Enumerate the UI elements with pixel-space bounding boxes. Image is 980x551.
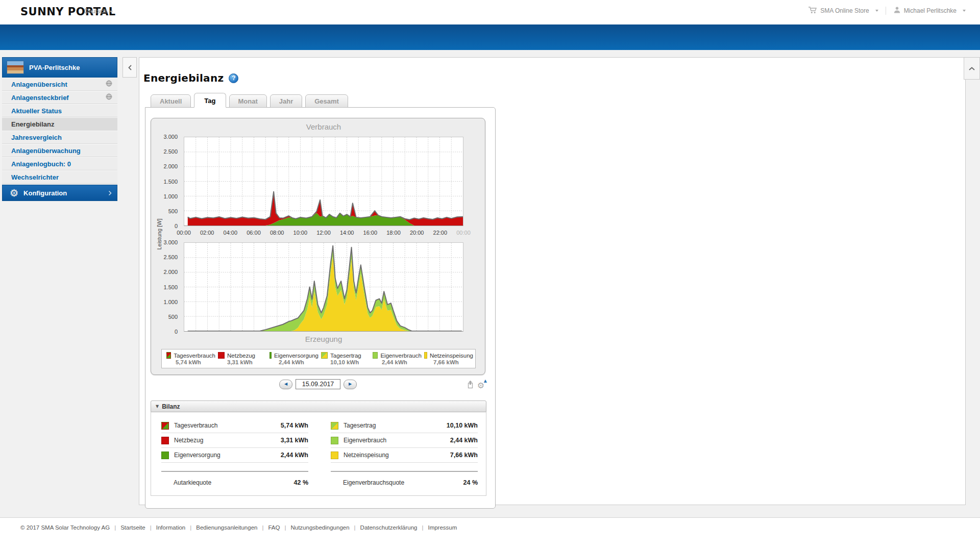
chevron-down-icon	[110, 11, 113, 13]
collapse-panel-button[interactable]	[122, 57, 137, 78]
tab-label: Gesamt	[314, 97, 339, 105]
verbrauch-chart	[184, 137, 463, 226]
x-axis-ticks: 00:0002:0004:0006:0008:0010:0012:0014:00…	[184, 229, 463, 236]
bilanz-swatch	[161, 437, 169, 444]
chevron-down-icon	[875, 10, 878, 12]
legend-swatch	[166, 352, 171, 359]
bilanz-row: Eigenverbrauch 2,44 kWh	[331, 433, 478, 448]
chart-title-erzeugung: Erzeugung	[184, 335, 463, 343]
tab-panel-tag: Verbrauch Leistung [W] 3.0002.5002.0001.…	[145, 107, 496, 509]
sidebar-item-konfiguration[interactable]: ⚙ Konfiguration	[2, 185, 117, 201]
legend-item: Netzbezug 3,31 kWh	[215, 352, 267, 365]
tab[interactable]: Gesamt	[305, 94, 348, 108]
tab-label: Tag	[204, 97, 215, 105]
sidebar-item[interactable]: Anlagensteckbrief	[2, 91, 117, 104]
triangle-up-icon: ▲	[484, 379, 487, 383]
sidebar: PVA-Perlitschke Anlagenübersicht Anlagen…	[2, 57, 117, 201]
gear-icon: ⚙	[10, 188, 18, 198]
bilanz-swatch	[331, 452, 338, 459]
top-bar: SUNNY PORTAL Deutsch SMA Online Store Mi…	[0, 0, 980, 24]
legend-item: Eigenversorgung 2,44 kWh	[267, 352, 318, 365]
autarkiequote-row: Autarkiequote 42 %	[161, 471, 308, 486]
legend-value: 2,44 kWh	[373, 359, 422, 365]
legend-value: 7,66 kWh	[424, 359, 473, 365]
main-region: PVA-Perlitschke Anlagenübersicht Anlagen…	[0, 50, 980, 517]
bilanz-swatch	[161, 422, 169, 430]
bilanz-swatch	[331, 437, 338, 444]
legend-value: 2,44 kWh	[270, 359, 318, 365]
sidebar-menu: Anlagenübersicht Anlagensteckbrief Aktue…	[2, 78, 117, 184]
sidebar-item[interactable]: Wechselrichter	[2, 170, 117, 184]
footer-link[interactable]: Impressum	[428, 524, 457, 531]
user-icon	[893, 6, 901, 15]
chevron-left-icon	[128, 64, 132, 71]
legend-swatch	[218, 352, 225, 359]
legend-value: 10,10 kWh	[321, 359, 370, 365]
legend-swatch	[270, 352, 272, 359]
konfiguration-label: Konfiguration	[23, 189, 67, 197]
legend-value: 5,74 kWh	[166, 359, 215, 365]
legend-item: Netzeinspeisung 7,66 kWh	[422, 352, 473, 365]
y-axis-ticks-verbrauch: 3.0002.5002.0001.5001.0005000	[151, 137, 181, 226]
sidebar-item[interactable]: Anlagenüberwachung	[2, 144, 117, 157]
arrow-left-icon: ◀	[284, 382, 287, 386]
erzeugung-chart	[184, 242, 463, 332]
scroll-top-button[interactable]	[964, 57, 980, 80]
tab[interactable]: Monat	[229, 94, 267, 108]
bilanz-row: Netzeinspeisung 7,66 kWh	[331, 448, 478, 463]
sidebar-item[interactable]: Anlagenlogbuch: 0	[2, 157, 117, 170]
sunny-portal-page: { "topbar": { "logo": "SUNNY PORTAL", "l…	[0, 0, 980, 551]
legend-swatch	[373, 352, 378, 359]
footer-link[interactable]: Bedienungsanleitungen	[196, 524, 257, 531]
date-input[interactable]	[296, 379, 340, 389]
eigenverbrauchsquote-row: Eigenverbrauchsquote 24 %	[331, 471, 478, 486]
store-label: SMA Online Store	[820, 7, 869, 14]
tab[interactable]: Jahr	[270, 94, 302, 108]
footer-link[interactable]: Information	[156, 524, 186, 531]
chevron-down-icon	[963, 10, 966, 12]
energy-chart-card: Verbrauch Leistung [W] 3.0002.5002.0001.…	[151, 118, 485, 375]
language-label: Deutsch	[84, 8, 107, 15]
legend-item: Tagesverbrauch 5,74 kWh	[164, 352, 215, 365]
export-icon[interactable]	[466, 380, 474, 391]
user-label: Michael Perlitschke	[904, 7, 957, 14]
cart-icon	[808, 6, 817, 15]
globe-icon	[106, 80, 112, 89]
chart-settings-icon[interactable]: ⚙▲	[477, 382, 484, 390]
legend-swatch	[321, 352, 328, 359]
bilanz-header[interactable]: ▼ Bilanz	[151, 400, 486, 412]
nav-bar	[0, 24, 980, 50]
online-store-link[interactable]: SMA Online Store	[808, 6, 878, 15]
bilanz-swatch	[331, 422, 338, 430]
tab[interactable]: Tag	[194, 93, 226, 108]
sidebar-item[interactable]: Jahresvergleich	[2, 131, 117, 144]
chevron-up-icon	[968, 66, 975, 71]
help-icon[interactable]: ?	[229, 73, 238, 83]
plant-header[interactable]: PVA-Perlitschke	[2, 57, 117, 78]
date-navigation: ◀ ▶ ⚙▲	[151, 379, 485, 392]
next-day-button[interactable]: ▶	[344, 380, 357, 389]
sidebar-item[interactable]: Energiebilanz	[2, 117, 117, 131]
content-panel: Energiebilanz ? Aktuell Tag Monat Jahr	[139, 57, 966, 505]
bilanz-swatch	[161, 452, 169, 459]
language-selector[interactable]: Deutsch	[84, 8, 113, 15]
footer-link[interactable]: Nutzungsbedingungen	[290, 524, 349, 531]
sidebar-item[interactable]: Anlagenübersicht	[2, 78, 117, 91]
tabstrip: Aktuell Tag Monat Jahr Gesamt	[151, 93, 965, 107]
user-menu[interactable]: Michael Perlitschke	[893, 6, 966, 15]
footer-link[interactable]: Datenschutzerklärung	[360, 524, 418, 531]
plant-name: PVA-Perlitschke	[29, 64, 80, 71]
triangle-down-icon: ▼	[156, 404, 159, 409]
sidebar-item[interactable]: Aktueller Status	[2, 104, 117, 117]
tab-label: Aktuell	[160, 97, 182, 105]
plant-photo	[7, 61, 24, 74]
tab-label: Monat	[238, 97, 258, 105]
footer-link[interactable]: FAQ	[268, 524, 280, 531]
chevron-right-icon	[108, 190, 112, 196]
tab[interactable]: Aktuell	[151, 94, 191, 108]
bilanz-row: Tagesverbrauch 5,74 kWh	[161, 418, 308, 433]
prev-day-button[interactable]: ◀	[279, 380, 292, 389]
legend-item: Eigenverbrauch 2,44 kWh	[370, 352, 422, 365]
footer-link[interactable]: Startseite	[120, 524, 145, 531]
bilanz-right-column: Tagesertrag 10,10 kWh Eigenverbrauch 2,4…	[331, 418, 478, 486]
